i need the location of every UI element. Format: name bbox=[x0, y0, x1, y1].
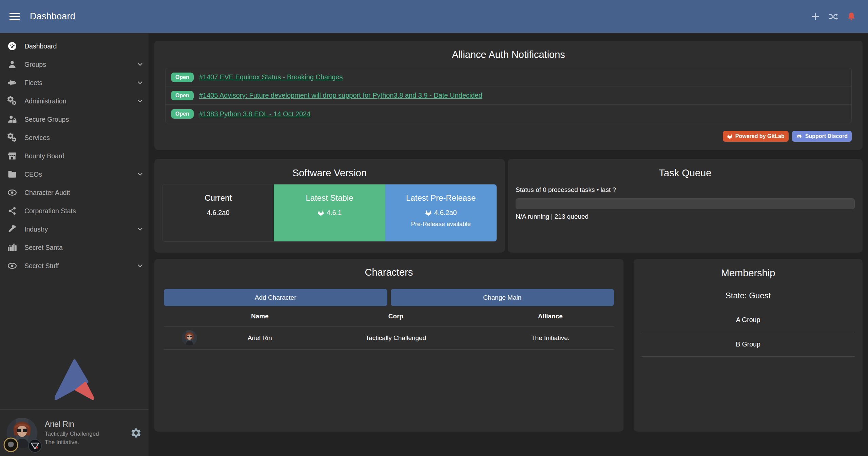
gitlab-icon bbox=[425, 210, 432, 216]
status-badge: Open bbox=[171, 109, 194, 119]
notification-link[interactable]: #1405 Advisory: Future development will … bbox=[199, 92, 482, 99]
hammer-icon bbox=[5, 224, 20, 234]
sidebar: Dashboard Groups Fleets bbox=[0, 33, 149, 456]
sidebar-item-bounty-board[interactable]: Bounty Board bbox=[0, 147, 149, 165]
alliance-auth-logo bbox=[55, 358, 94, 401]
alliance-auth-app: Dashboard bbox=[0, 0, 868, 456]
chevron-down-icon bbox=[136, 79, 144, 86]
change-main-button[interactable]: Change Main bbox=[391, 289, 614, 306]
add-character-button[interactable]: Add Character bbox=[164, 289, 387, 306]
status-badge: Open bbox=[171, 73, 194, 82]
character-row: Ariel Rin Tactically Challenged The Init… bbox=[164, 326, 614, 350]
eye-icon bbox=[5, 261, 20, 271]
user-icon bbox=[5, 60, 20, 69]
sidebar-item-label: Bounty Board bbox=[24, 152, 64, 160]
sidebar-item-label: Secret Santa bbox=[24, 244, 63, 252]
sidebar-item-secure-groups[interactable]: Secure Groups bbox=[0, 110, 149, 128]
version-value[interactable]: 4.6.2a0 bbox=[434, 209, 457, 217]
notification-item: Open #1407 EVE Equinox Status - Breaking… bbox=[166, 68, 851, 86]
gear-icon[interactable] bbox=[130, 427, 142, 439]
sidebar-item-ceos[interactable]: CEOs bbox=[0, 165, 149, 183]
characters-table-header: Name Corp Alliance bbox=[164, 306, 614, 326]
plus-icon[interactable] bbox=[810, 12, 821, 22]
sidebar-item-secret-stuff[interactable]: Secret Stuff bbox=[0, 257, 149, 275]
sidebar-item-secret-santa[interactable]: Secret Santa bbox=[0, 238, 149, 257]
version-value[interactable]: 4.6.1 bbox=[327, 209, 342, 217]
sidebar-item-corporation-stats[interactable]: Corporation Stats bbox=[0, 202, 149, 220]
membership-title: Membership bbox=[642, 267, 854, 279]
sidebar-menu: Dashboard Groups Fleets bbox=[0, 33, 149, 275]
column-header-corp: Corp bbox=[305, 313, 487, 320]
task-queue-panel: Task Queue Status of 0 processed tasks •… bbox=[508, 159, 863, 253]
notifications-panel: Alliance Auth Notifications Open #1407 E… bbox=[154, 41, 863, 150]
sidebar-item-services[interactable]: Services bbox=[0, 128, 149, 147]
user-panel: Ariel Rin Tactically Challenged The Init… bbox=[0, 409, 149, 456]
navbar-actions bbox=[810, 12, 856, 22]
column-header-name: Name bbox=[215, 313, 305, 320]
version-comparison: Current 4.6.2a0 Latest Stable 4.6.1 Late… bbox=[162, 184, 497, 242]
user-avatar bbox=[7, 418, 37, 448]
store-icon bbox=[5, 151, 20, 161]
characters-panel: Characters Add Character Change Main Nam… bbox=[154, 259, 623, 432]
bell-icon[interactable] bbox=[846, 12, 856, 22]
version-label: Current bbox=[205, 193, 232, 203]
notifications-footer: Powered by GitLab Support Discord bbox=[165, 131, 852, 142]
group-item: B Group bbox=[642, 332, 854, 357]
hamburger-icon[interactable] bbox=[9, 13, 20, 20]
notifications-title: Alliance Auth Notifications bbox=[165, 49, 852, 60]
sidebar-item-label: CEOs bbox=[24, 171, 42, 178]
sidebar-item-label: Industry bbox=[24, 225, 48, 233]
notifications-list: Open #1407 EVE Equinox Status - Breaking… bbox=[165, 68, 852, 123]
version-label: Latest Stable bbox=[306, 193, 353, 203]
sidebar-item-label: Groups bbox=[24, 61, 46, 68]
notification-item: Open #1383 Python 3.8 EOL - 14 Oct 2024 bbox=[166, 105, 851, 123]
main-content: Alliance Auth Notifications Open #1407 E… bbox=[149, 33, 868, 456]
sidebar-item-label: Secure Groups bbox=[24, 116, 69, 123]
sidebar-item-character-audit[interactable]: Character Audit bbox=[0, 183, 149, 202]
software-version-title: Software Version bbox=[162, 167, 497, 179]
sidebar-item-fleets[interactable]: Fleets bbox=[0, 74, 149, 92]
character-alliance: The Initiative. bbox=[487, 334, 614, 342]
badge-label: Support Discord bbox=[805, 133, 848, 139]
characters-title: Characters bbox=[164, 266, 614, 278]
version-current: Current 4.6.2a0 bbox=[162, 184, 274, 241]
column-header-alliance: Alliance bbox=[487, 313, 614, 320]
character-name: Ariel Rin bbox=[215, 334, 305, 342]
user-corp: Tactically Challenged bbox=[45, 431, 99, 437]
user-name: Ariel Rin bbox=[45, 420, 99, 429]
corp-logo-badge bbox=[3, 437, 18, 452]
sidebar-item-label: Secret Stuff bbox=[24, 262, 59, 270]
sidebar-item-label: Corporation Stats bbox=[24, 207, 76, 215]
chevron-down-icon bbox=[136, 61, 144, 68]
sidebar-item-groups[interactable]: Groups bbox=[0, 55, 149, 74]
powered-by-gitlab-badge[interactable]: Powered by GitLab bbox=[723, 131, 789, 142]
top-navbar: Dashboard bbox=[0, 0, 868, 33]
version-latest-prerelease: Latest Pre-Release 4.6.2a0 Pre-Release a… bbox=[385, 184, 497, 241]
gifts-icon bbox=[5, 242, 20, 253]
notification-link[interactable]: #1407 EVE Equinox Status - Breaking Chan… bbox=[199, 73, 343, 81]
support-discord-badge[interactable]: Support Discord bbox=[792, 131, 852, 142]
sidebar-item-label: Character Audit bbox=[24, 189, 70, 197]
version-latest-stable: Latest Stable 4.6.1 bbox=[274, 184, 385, 241]
chevron-down-icon bbox=[136, 262, 144, 270]
gears-icon bbox=[5, 133, 20, 143]
notification-link[interactable]: #1383 Python 3.8 EOL - 14 Oct 2024 bbox=[199, 110, 310, 118]
sidebar-item-industry[interactable]: Industry bbox=[0, 220, 149, 238]
version-value: 4.6.2a0 bbox=[207, 209, 230, 217]
page-title[interactable]: Dashboard bbox=[30, 11, 75, 22]
task-progress-bar bbox=[516, 198, 855, 209]
membership-state: State: Guest bbox=[642, 291, 854, 300]
chevron-down-icon bbox=[136, 97, 144, 105]
task-queue-title: Task Queue bbox=[516, 167, 855, 179]
chevron-down-icon bbox=[136, 171, 144, 178]
shuffle-icon[interactable] bbox=[828, 12, 839, 22]
sidebar-item-administration[interactable]: Administration bbox=[0, 92, 149, 110]
sidebar-item-dashboard[interactable]: Dashboard bbox=[0, 37, 149, 55]
user-alliance: The Initiative. bbox=[45, 439, 99, 446]
version-label: Latest Pre-Release bbox=[406, 193, 476, 203]
badge-label: Powered by GitLab bbox=[735, 133, 785, 139]
character-portrait bbox=[164, 330, 215, 345]
status-badge: Open bbox=[171, 91, 194, 100]
gears-icon bbox=[5, 96, 20, 106]
sidebar-item-label: Dashboard bbox=[24, 42, 57, 50]
